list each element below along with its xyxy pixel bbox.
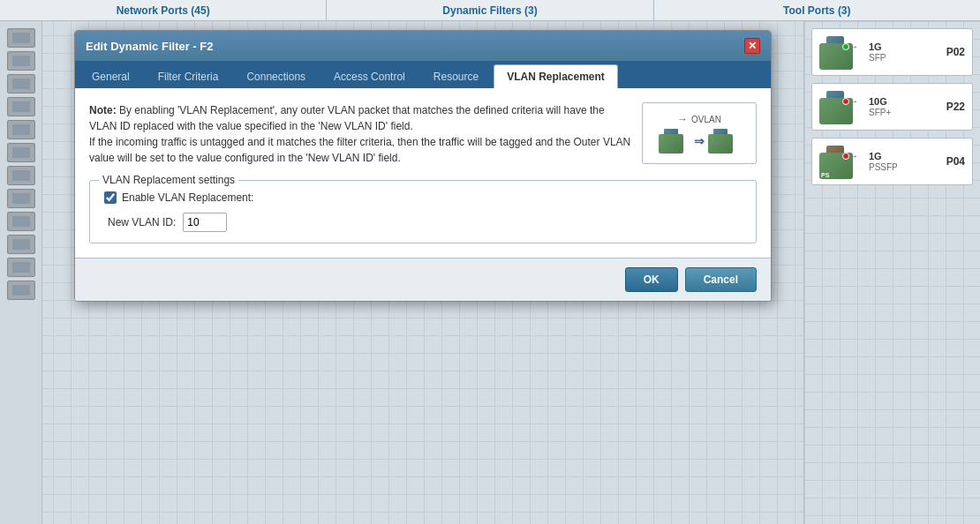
left-port-2[interactable]: [7, 51, 35, 71]
port-info-p02: 1G SFP: [869, 41, 886, 63]
left-port-10[interactable]: [7, 235, 35, 254]
port-device-icon-p04: PS: [819, 144, 863, 179]
enable-checkbox-label: Enable VLAN Replacement:: [122, 191, 253, 204]
status-dot-red-p04: [842, 153, 849, 160]
tab-vlan-replacement[interactable]: VLAN Replacement: [494, 64, 618, 88]
tool-port-card-p22[interactable]: 10G SFP+ P22: [811, 83, 973, 131]
ok-button[interactable]: OK: [625, 267, 678, 292]
tab-filter-criteria[interactable]: Filter Criteria: [145, 64, 232, 88]
mini-arrow-icon: ⇒: [694, 134, 705, 148]
left-port-1[interactable]: [7, 28, 35, 48]
mini-device-body-2: [708, 134, 733, 153]
left-port-11[interactable]: [7, 258, 35, 277]
left-port-6[interactable]: [7, 143, 35, 162]
network-ports-section[interactable]: Network Ports (45): [0, 0, 327, 20]
tool-port-card-p04[interactable]: PS 1G PSSFP P04: [811, 138, 973, 185]
vlan-id-label: New VLAN ID:: [108, 216, 176, 228]
dynamic-filters-section[interactable]: Dynamic Filters (3): [327, 0, 653, 20]
left-port-9[interactable]: [7, 212, 35, 231]
port-device-icon-p02: [819, 34, 863, 70]
port-speed-p02: 1G: [869, 41, 886, 52]
note-content: By enabling 'VLAN Replacement', any oute…: [89, 104, 630, 164]
tool-ports-count: (3): [838, 4, 851, 17]
network-ports-count: (45): [191, 4, 209, 17]
device-body-2: [819, 98, 853, 124]
left-port-7[interactable]: [7, 166, 35, 185]
close-button[interactable]: ✕: [744, 38, 760, 54]
network-ports-label: Network Ports: [117, 4, 188, 17]
tool-port-card-p02[interactable]: 1G SFP P02: [811, 28, 973, 76]
modal-title-bar: Edit Dynamic Filter - F2 ✕: [75, 31, 771, 61]
port-device-icon-p22: [819, 89, 863, 124]
enable-vlan-checkbox[interactable]: [104, 191, 117, 204]
modal-body: Note: By enabling 'VLAN Replacement', an…: [75, 88, 771, 258]
port-label-p22: P22: [946, 101, 965, 113]
left-ports-panel: [0, 21, 42, 524]
note-text: Note: By enabling 'VLAN Replacement', an…: [89, 102, 631, 166]
modal-tabs: General Filter Criteria Connections Acce…: [75, 61, 771, 88]
tab-connections[interactable]: Connections: [233, 64, 319, 88]
port-info-p22: 10G SFP+: [869, 96, 891, 117]
cancel-button[interactable]: Cancel: [685, 267, 757, 292]
tab-resource[interactable]: Resource: [420, 64, 492, 88]
port-type-p22: SFP+: [869, 108, 891, 117]
left-port-8[interactable]: [7, 189, 35, 208]
tab-general[interactable]: General: [79, 64, 143, 88]
top-bar: Network Ports (45) Dynamic Filters (3) T…: [0, 0, 980, 21]
port-type-p04: PSSFP: [869, 162, 898, 172]
port-speed-p04: 1G: [869, 151, 898, 161]
modal-overlay: Edit Dynamic Filter - F2 ✕ General Filte…: [42, 21, 803, 524]
port-info-p04: 1G PSSFP: [869, 151, 898, 172]
dynamic-filters-label: Dynamic Filters: [442, 4, 521, 17]
vlan-arrow-icon: →: [677, 113, 688, 125]
mini-device-icon: [659, 129, 690, 153]
status-dot-green: [842, 43, 849, 50]
vlan-diagram: → OVLAN ⇒: [642, 102, 757, 164]
vlan-device-row: ⇒: [659, 129, 740, 153]
note-section: Note: By enabling 'VLAN Replacement', an…: [89, 102, 757, 166]
left-port-3[interactable]: [7, 74, 35, 94]
enable-checkbox-row: Enable VLAN Replacement:: [104, 191, 742, 204]
left-port-5[interactable]: [7, 120, 35, 139]
vlan-settings-group: VLAN Replacement settings Enable VLAN Re…: [89, 180, 757, 243]
port-label-p02: P02: [946, 46, 965, 58]
left-port-4[interactable]: [7, 97, 35, 116]
modal-title: Edit Dynamic Filter - F2: [86, 40, 213, 53]
note-bold: Note:: [89, 104, 117, 116]
settings-group-legend: VLAN Replacement settings: [99, 174, 238, 186]
tab-access-control[interactable]: Access Control: [320, 64, 418, 88]
vlan-id-input[interactable]: [183, 213, 227, 232]
device-body: [819, 43, 853, 70]
vlan-diagram-label: → OVLAN: [677, 113, 721, 125]
ps-label: PS: [821, 172, 829, 178]
modal-footer: OK Cancel: [75, 258, 771, 301]
port-label-p04: P04: [946, 155, 965, 168]
vlan-diagram-text: OVLAN: [691, 115, 721, 124]
tool-ports-label: Tool Ports: [783, 4, 834, 17]
port-speed-p22: 10G: [869, 96, 891, 107]
edit-filter-modal: Edit Dynamic Filter - F2 ✕ General Filte…: [74, 30, 772, 302]
vlan-id-row: New VLAN ID:: [104, 213, 742, 232]
mini-device-body: [659, 134, 683, 153]
status-dot-red-p22: [842, 98, 849, 105]
right-tool-ports-panel: 1G SFP P02 10G SFP+ P22 PS: [803, 21, 980, 524]
tool-ports-section[interactable]: Tool Ports (3): [654, 0, 980, 20]
port-type-p02: SFP: [869, 53, 886, 63]
left-port-12[interactable]: [7, 281, 35, 300]
dynamic-filters-count: (3): [524, 4, 538, 17]
mini-device-icon-2: [708, 129, 740, 153]
device-body-3: PS: [819, 153, 853, 179]
